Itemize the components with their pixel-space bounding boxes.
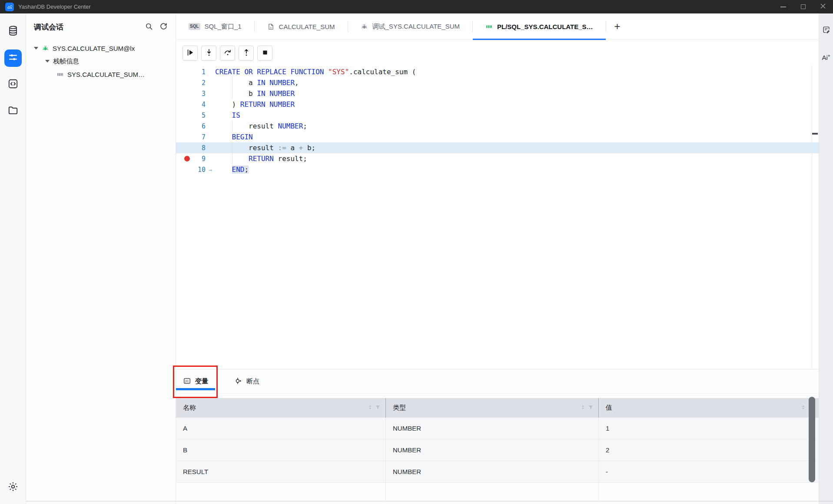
debug-session-tree: SYS.CALCULATE_SUM@lx栈帧信息SYS.CALCULATE_SU… (26, 42, 176, 81)
current-statement-arrow-icon: → (206, 166, 215, 173)
new-tab-button[interactable]: + (606, 13, 629, 40)
panel-title: 调试会话 (34, 22, 63, 32)
left-rail (0, 13, 26, 504)
table-row[interactable]: BNUMBER2 (176, 439, 819, 461)
code-token: NUMBER (278, 122, 303, 130)
code-text: BEGIN (215, 133, 819, 141)
stop-button[interactable] (257, 46, 272, 61)
overview-ruler[interactable] (812, 65, 819, 369)
editor-tab[interactable]: PL/SQL_SYS.CALCULATE_S… (473, 13, 606, 40)
code-line[interactable]: 10→ END; (176, 164, 819, 175)
breakpoint-tab-icon (234, 377, 242, 386)
svg-text:fx: fx (270, 26, 272, 29)
tree-item-label: SYS.CALCULATE_SUM… (67, 71, 145, 78)
code-editor[interactable]: 1CREATE OR REPLACE FUNCTION "SYS".calcul… (176, 65, 819, 369)
code-token: CREATE OR REPLACE FUNCTION (215, 68, 328, 76)
refresh-button[interactable] (159, 22, 168, 32)
minimize-icon (780, 7, 786, 7)
editor-tab[interactable]: SQLSQL_窗口_1 (176, 13, 254, 40)
rail-item-debug-sessions[interactable] (4, 49, 22, 67)
table-row[interactable]: RESULTNUMBER- (176, 461, 819, 483)
line-number: 3 (192, 90, 206, 98)
table-cell (599, 483, 819, 501)
ai-button[interactable]: Ai+ (822, 54, 830, 62)
notes-icon (822, 28, 830, 35)
code-line[interactable]: 1CREATE OR REPLACE FUNCTION "SYS".calcul… (176, 66, 819, 77)
function-doc-icon: fx (267, 23, 275, 30)
minimize-button[interactable] (773, 0, 793, 13)
code-token (215, 133, 232, 141)
indent-guide (232, 77, 232, 88)
code-token: b; (303, 144, 315, 152)
search-icon (145, 24, 153, 32)
column-header-label: 类型 (393, 404, 406, 412)
sort-icon[interactable] (367, 404, 373, 412)
editor-tab[interactable]: fxCALCULATE_SUM (255, 13, 348, 40)
code-token: + (299, 144, 303, 152)
caret-down-icon[interactable] (34, 47, 38, 49)
rail-item-database[interactable] (4, 23, 22, 40)
code-line[interactable]: 6 result NUMBER; (176, 121, 819, 132)
app-title: YashanDB Developer Center (18, 3, 91, 10)
code-text: result NUMBER; (215, 122, 819, 130)
filter-icon[interactable] (587, 404, 594, 412)
sql-badge-icon: SQL (189, 23, 200, 30)
table-scrollbar[interactable] (809, 397, 815, 482)
line-number: 8 (192, 144, 206, 152)
rail-item-code[interactable] (4, 76, 22, 93)
window-controls (773, 0, 833, 13)
bottom-divider (26, 501, 833, 501)
caret-down-icon[interactable] (45, 60, 50, 63)
step-out-button[interactable] (239, 46, 254, 61)
search-button[interactable] (145, 22, 153, 32)
step-into-button[interactable] (201, 46, 216, 61)
maximize-button[interactable] (793, 0, 813, 13)
panel-tab-breakpoints[interactable]: 断点 (227, 369, 266, 393)
code-token: result (215, 144, 278, 152)
table-cell (176, 483, 386, 501)
table-row[interactable]: ANUMBER1 (176, 418, 819, 439)
tab-label: CALCULATE_SUM (279, 23, 335, 30)
code-token: RETURN NUMBER (240, 100, 295, 109)
ai-label: Ai (822, 54, 827, 61)
step-over-button[interactable] (220, 46, 235, 61)
tab-bar: SQLSQL_窗口_1fxCALCULATE_SUM调试_SYS.CALCULA… (176, 13, 819, 40)
code-token: a (215, 79, 257, 87)
notes-button[interactable] (822, 26, 830, 36)
code-text: RETURN result; (215, 155, 819, 163)
code-text: IS (215, 111, 819, 119)
filter-icon[interactable] (375, 404, 381, 412)
tree-item[interactable]: SYS.CALCULATE_SUM@lx (26, 42, 176, 55)
breakpoint-gutter[interactable] (181, 156, 192, 161)
settings-icon (7, 481, 19, 494)
bug-icon (42, 45, 49, 52)
code-token: a (286, 144, 299, 152)
panel-tab-variables[interactable]: (x)变量 (176, 369, 215, 393)
rail-item-settings[interactable] (4, 479, 22, 496)
tree-item-label: 栈帧信息 (53, 57, 79, 66)
code-line[interactable]: 5 IS (176, 110, 819, 121)
resume-icon (186, 48, 195, 59)
indent-guide (232, 153, 232, 164)
code-token: result (215, 122, 278, 130)
code-text: CREATE OR REPLACE FUNCTION "SYS".calcula… (215, 68, 819, 76)
code-token: "SYS" (328, 68, 349, 76)
tree-item[interactable]: 栈帧信息 (26, 55, 176, 68)
code-text: END; (215, 165, 819, 174)
editor-tab[interactable]: 调试_SYS.CALCULATE_SUM (348, 13, 472, 40)
code-line[interactable]: 2 a IN NUMBER, (176, 77, 819, 88)
code-line[interactable]: 4 ) RETURN NUMBER (176, 99, 819, 110)
resume-button[interactable] (183, 46, 198, 61)
code-line[interactable]: 3 b IN NUMBER (176, 88, 819, 99)
close-button[interactable] (813, 0, 833, 13)
variables-table: 名称类型值 ANUMBER1BNUMBER2RESULTNUMBER- (176, 398, 819, 501)
titlebar: YashanDB Developer Center (0, 0, 833, 13)
sort-icon[interactable] (800, 404, 806, 412)
tree-item[interactable]: SYS.CALCULATE_SUM… (26, 68, 176, 81)
code-line[interactable]: 8 result := a + b; (176, 142, 819, 153)
sort-icon[interactable] (580, 404, 586, 412)
code-line[interactable]: 9 RETURN result; (176, 153, 819, 164)
rail-item-folder[interactable] (4, 102, 22, 120)
debug-session-panel: 调试会话 SYS.CALCULATE_SUM@lx栈帧信息SYS.CALCULA… (26, 13, 176, 504)
code-line[interactable]: 7 BEGIN (176, 132, 819, 142)
